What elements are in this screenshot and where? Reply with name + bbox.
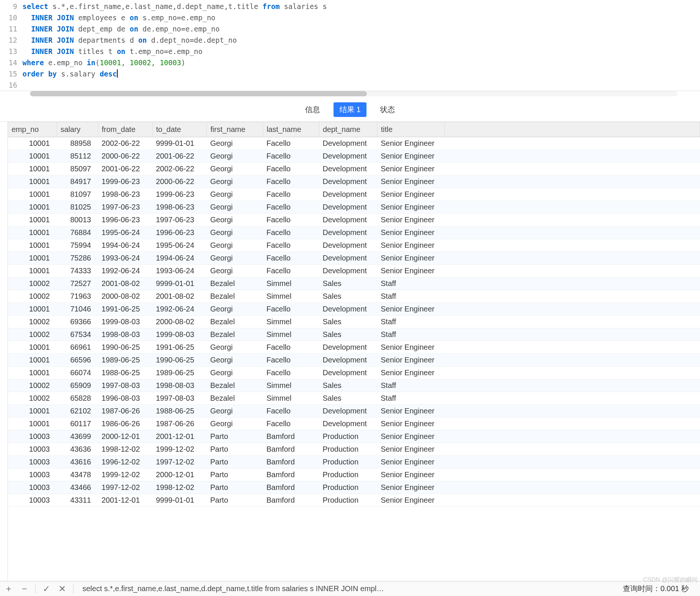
cell[interactable]: Simmel bbox=[263, 277, 319, 290]
cell[interactable]: Development bbox=[319, 188, 377, 201]
cell[interactable]: 76884 bbox=[57, 226, 98, 239]
cell[interactable]: 1989-06-25 bbox=[98, 354, 152, 367]
cell[interactable]: Senior Engineer bbox=[377, 175, 444, 188]
cell[interactable]: Senior Engineer bbox=[377, 456, 444, 469]
cell[interactable]: Senior Engineer bbox=[377, 405, 444, 418]
cell[interactable]: 10002 bbox=[8, 290, 57, 303]
cell[interactable]: Parto bbox=[206, 469, 263, 481]
cell[interactable]: Parto bbox=[206, 443, 263, 456]
cell[interactable]: 1994-06-24 bbox=[152, 252, 206, 265]
cell[interactable]: 1987-06-26 bbox=[152, 418, 206, 430]
cell[interactable]: Facello bbox=[263, 405, 319, 418]
table-row[interactable]: 10001665961989-06-251990-06-25GeorgiFace… bbox=[8, 354, 700, 367]
cell[interactable]: 43616 bbox=[57, 456, 98, 469]
cell[interactable]: Facello bbox=[263, 188, 319, 201]
table-row[interactable]: 10001621021987-06-261988-06-25GeorgiFace… bbox=[8, 405, 700, 418]
column-header-dept_name[interactable]: dept_name bbox=[319, 122, 377, 137]
cell[interactable]: Production bbox=[319, 494, 377, 507]
cell[interactable]: Georgi bbox=[206, 150, 263, 163]
cell[interactable]: Georgi bbox=[206, 214, 263, 226]
cell[interactable]: Simmel bbox=[263, 328, 319, 341]
cell[interactable]: 10001 bbox=[8, 226, 57, 239]
table-row[interactable]: 10002719632000-08-022001-08-02BezalelSim… bbox=[8, 290, 700, 303]
cell[interactable]: Staff bbox=[377, 316, 444, 328]
cell[interactable]: Facello bbox=[263, 175, 319, 188]
cell[interactable]: 1988-06-25 bbox=[152, 405, 206, 418]
cell[interactable]: Georgi bbox=[206, 201, 263, 214]
cell[interactable]: 2001-08-02 bbox=[152, 290, 206, 303]
cell[interactable]: Georgi bbox=[206, 303, 263, 316]
cell[interactable]: Georgi bbox=[206, 354, 263, 367]
cell[interactable]: Bamford bbox=[263, 469, 319, 481]
cell[interactable]: Production bbox=[319, 469, 377, 481]
cell[interactable]: 80013 bbox=[57, 214, 98, 226]
cell[interactable]: 2000-06-22 bbox=[98, 150, 152, 163]
cell[interactable]: 10002 bbox=[8, 316, 57, 328]
cell[interactable]: Facello bbox=[263, 150, 319, 163]
cell[interactable]: Development bbox=[319, 354, 377, 367]
cell[interactable]: 1998-06-23 bbox=[98, 188, 152, 201]
table-row[interactable]: 10001810971998-06-231999-06-23GeorgiFace… bbox=[8, 188, 700, 201]
cell[interactable]: 10001 bbox=[8, 201, 57, 214]
cell[interactable]: 1998-06-23 bbox=[152, 201, 206, 214]
cell[interactable]: 72527 bbox=[57, 277, 98, 290]
cell[interactable]: 1987-06-26 bbox=[98, 405, 152, 418]
cell[interactable]: Senior Engineer bbox=[377, 469, 444, 481]
cell[interactable]: 81025 bbox=[57, 201, 98, 214]
cell[interactable]: Senior Engineer bbox=[377, 137, 444, 150]
cell[interactable]: 1990-06-25 bbox=[98, 341, 152, 354]
cell[interactable]: 10002 bbox=[8, 379, 57, 392]
cell[interactable]: 75994 bbox=[57, 239, 98, 252]
cell[interactable]: 1997-08-03 bbox=[152, 392, 206, 405]
cell[interactable]: Facello bbox=[263, 418, 319, 430]
cell[interactable]: 1990-06-25 bbox=[152, 354, 206, 367]
cell[interactable]: Bezalel bbox=[206, 316, 263, 328]
cell[interactable]: 2002-06-22 bbox=[98, 137, 152, 150]
cell[interactable]: 10002 bbox=[8, 392, 57, 405]
cell[interactable]: 43636 bbox=[57, 443, 98, 456]
cell[interactable]: 10001 bbox=[8, 150, 57, 163]
table-row[interactable]: 10001743331992-06-241993-06-24GeorgiFace… bbox=[8, 265, 700, 277]
commit-icon[interactable]: ✓ bbox=[42, 584, 51, 594]
cell[interactable]: 10001 bbox=[8, 341, 57, 354]
cell[interactable]: Bamford bbox=[263, 494, 319, 507]
remove-row-icon[interactable]: − bbox=[19, 584, 29, 594]
cell[interactable]: Senior Engineer bbox=[377, 214, 444, 226]
cell[interactable]: Development bbox=[319, 226, 377, 239]
column-header-emp_no[interactable]: emp_no bbox=[8, 122, 57, 137]
table-row[interactable]: 10001850972001-06-222002-06-22GeorgiFace… bbox=[8, 163, 700, 175]
tab-info[interactable]: 信息 bbox=[299, 102, 326, 117]
cell[interactable]: Georgi bbox=[206, 239, 263, 252]
cell[interactable]: 10003 bbox=[8, 481, 57, 494]
cell[interactable]: 1999-12-02 bbox=[98, 469, 152, 481]
cell[interactable]: 60117 bbox=[57, 418, 98, 430]
cell[interactable]: 66074 bbox=[57, 367, 98, 379]
cell[interactable]: Sales bbox=[319, 379, 377, 392]
cell[interactable]: 2000-08-02 bbox=[152, 316, 206, 328]
cell[interactable]: Senior Engineer bbox=[377, 481, 444, 494]
cell[interactable]: Development bbox=[319, 265, 377, 277]
cell[interactable]: 1995-06-24 bbox=[152, 239, 206, 252]
cell[interactable]: Development bbox=[319, 405, 377, 418]
cell[interactable]: 2001-06-22 bbox=[98, 163, 152, 175]
cell[interactable]: 2000-08-02 bbox=[98, 290, 152, 303]
cell[interactable]: 71046 bbox=[57, 303, 98, 316]
cell[interactable]: 1996-08-03 bbox=[98, 392, 152, 405]
cell[interactable]: 1999-08-03 bbox=[152, 328, 206, 341]
cell[interactable]: Staff bbox=[377, 277, 444, 290]
cell[interactable]: Facello bbox=[263, 163, 319, 175]
table-row[interactable]: 10001752861993-06-241994-06-24GeorgiFace… bbox=[8, 252, 700, 265]
cell[interactable]: Senior Engineer bbox=[377, 188, 444, 201]
cell[interactable]: 10003 bbox=[8, 456, 57, 469]
column-header-from_date[interactable]: from_date bbox=[98, 122, 152, 137]
cell[interactable]: Georgi bbox=[206, 252, 263, 265]
column-header-first_name[interactable]: first_name bbox=[206, 122, 263, 137]
cell[interactable]: 43311 bbox=[57, 494, 98, 507]
cell[interactable]: 1997-12-02 bbox=[98, 481, 152, 494]
cell[interactable]: Facello bbox=[263, 214, 319, 226]
cell[interactable]: 75286 bbox=[57, 252, 98, 265]
table-row[interactable]: 10001800131996-06-231997-06-23GeorgiFace… bbox=[8, 214, 700, 226]
cell[interactable]: 1993-06-24 bbox=[152, 265, 206, 277]
add-row-icon[interactable]: + bbox=[4, 584, 13, 594]
cell[interactable]: Sales bbox=[319, 392, 377, 405]
